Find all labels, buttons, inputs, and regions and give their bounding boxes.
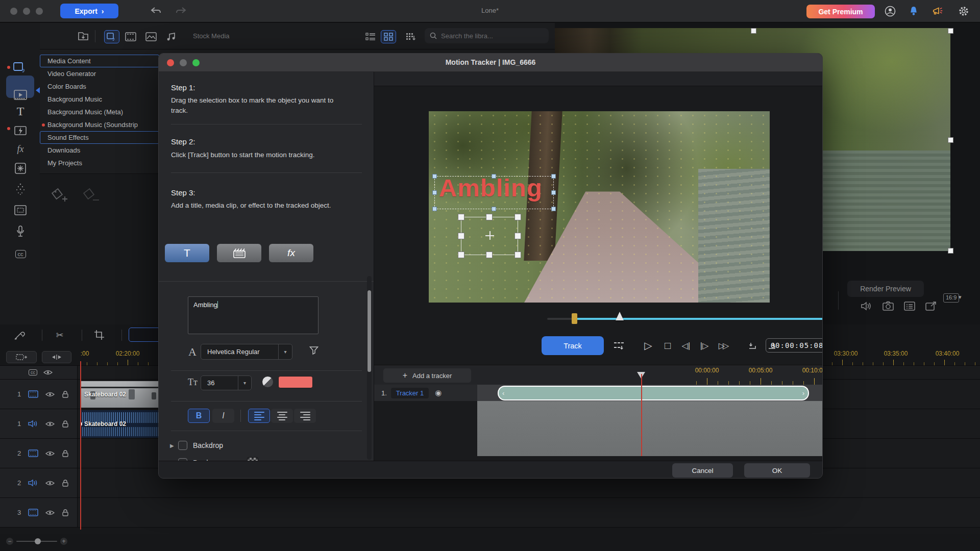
- lock-icon[interactable]: [62, 509, 69, 516]
- snapshot-camera-icon[interactable]: [881, 300, 895, 312]
- mark-in-icon[interactable]: [745, 337, 760, 354]
- dialog-scrollbar[interactable]: [367, 276, 372, 460]
- italic-button[interactable]: I: [212, 409, 234, 423]
- opacity-icon[interactable]: [262, 377, 273, 387]
- chevron-down-icon[interactable]: ▾: [278, 344, 292, 359]
- play-icon[interactable]: ▷: [641, 337, 656, 354]
- add-media-clip-button[interactable]: [217, 244, 261, 262]
- tracker-visibility-icon[interactable]: ◉: [435, 388, 442, 397]
- eye-icon[interactable]: [45, 421, 55, 427]
- record-voiceover-mic-icon[interactable]: [11, 224, 30, 239]
- track-handle-tr[interactable]: [514, 214, 521, 220]
- text-handle-ml[interactable]: [432, 190, 437, 195]
- add-tag-icon[interactable]: [49, 187, 69, 207]
- remove-tag-icon[interactable]: [81, 187, 101, 207]
- sort-icon[interactable]: [403, 30, 419, 43]
- playback-settings-icon[interactable]: [903, 300, 916, 312]
- add-effect-button[interactable]: fx: [269, 244, 313, 262]
- seek-playhead-thumb[interactable]: [616, 312, 624, 320]
- lock-icon[interactable]: [62, 449, 69, 457]
- overlay-title-text[interactable]: Ambling: [439, 173, 543, 202]
- category-color-boards[interactable]: Color Boards: [40, 80, 159, 93]
- zoom-in-button[interactable]: +: [60, 538, 67, 545]
- particles-icon[interactable]: [11, 181, 30, 196]
- backdrop-checkbox[interactable]: [178, 441, 187, 450]
- transitions-icon[interactable]: [11, 123, 30, 138]
- split-screen-icon[interactable]: [11, 203, 30, 218]
- auto-ripple-button[interactable]: [42, 351, 71, 363]
- zoom-slider-thumb[interactable]: [35, 538, 41, 544]
- announcements-megaphone-icon[interactable]: [932, 5, 944, 17]
- aspect-ratio-badge[interactable]: 16:9: [943, 293, 959, 303]
- text-handle-bl[interactable]: [432, 207, 437, 211]
- text-color-swatch[interactable]: [278, 376, 313, 388]
- video-clip-skateboard[interactable]: Skateboard 02: [80, 381, 168, 408]
- ok-button[interactable]: OK: [744, 463, 810, 478]
- edit-blade-icon[interactable]: [11, 329, 29, 342]
- text-handle-tl[interactable]: [432, 174, 437, 179]
- align-center-button[interactable]: [271, 409, 293, 423]
- timeline-playhead[interactable]: [80, 361, 81, 530]
- category-my-projects[interactable]: My Projects: [40, 157, 159, 169]
- clip-trim-left-icon[interactable]: ‹: [502, 389, 504, 397]
- track-button[interactable]: Track: [542, 336, 604, 355]
- eye-icon[interactable]: [45, 480, 55, 486]
- fast-forward-icon[interactable]: ▷▷: [715, 337, 730, 354]
- account-icon[interactable]: [884, 5, 896, 17]
- text-handle-br[interactable]: [551, 207, 556, 211]
- category-media-content[interactable]: Media Content: [40, 55, 159, 67]
- cancel-button[interactable]: Cancel: [672, 463, 733, 478]
- elements-icon[interactable]: [11, 161, 30, 176]
- notifications-bell-icon[interactable]: [908, 5, 920, 17]
- category-downloads[interactable]: Downloads: [40, 144, 159, 157]
- track-handle-bl[interactable]: [458, 252, 464, 258]
- split-scissors-icon[interactable]: ✂: [51, 329, 68, 342]
- stock-video-icon[interactable]: [11, 87, 30, 103]
- trim-handle-left[interactable]: [572, 313, 577, 324]
- crop-icon[interactable]: [91, 329, 108, 342]
- tab-image-icon[interactable]: [143, 30, 159, 43]
- get-premium-button[interactable]: Get Premium: [806, 5, 875, 18]
- preview-handle-top-right[interactable]: [948, 28, 953, 34]
- media-library-icon[interactable]: ♪: [11, 60, 30, 76]
- text-handle-tm[interactable]: [492, 174, 496, 179]
- eye-icon[interactable]: [45, 510, 55, 516]
- preview-volume-icon[interactable]: [860, 300, 873, 312]
- grid-view-icon[interactable]: [381, 30, 396, 43]
- zoom-slider[interactable]: [16, 541, 57, 542]
- text-handle-bm[interactable]: [492, 207, 496, 211]
- category-background-music-meta[interactable]: Background Music (Meta): [40, 106, 159, 118]
- tab-media-music-icon[interactable]: ♪: [104, 30, 119, 43]
- previous-frame-icon[interactable]: ◁|: [678, 337, 694, 354]
- preview-handle-right-mid[interactable]: [948, 137, 953, 143]
- lock-icon[interactable]: [62, 420, 69, 428]
- category-sound-effects[interactable]: Sound Effects: [40, 131, 159, 144]
- chevron-down-icon[interactable]: ▾: [238, 376, 251, 390]
- track-handle-tm[interactable]: [486, 214, 493, 220]
- preview-handle-bottom-right[interactable]: [948, 248, 953, 254]
- align-left-button[interactable]: [248, 409, 270, 423]
- render-preview-button[interactable]: Render Preview: [847, 281, 924, 297]
- text-handle-tr[interactable]: [551, 174, 556, 179]
- tracker-clip[interactable]: ‹ ›: [498, 386, 809, 400]
- list-view-icon[interactable]: [363, 30, 378, 43]
- track-handle-ml[interactable]: [458, 233, 464, 239]
- seek-track-range[interactable]: [577, 318, 823, 320]
- import-media-icon[interactable]: [76, 30, 91, 43]
- stop-icon[interactable]: □: [660, 337, 675, 354]
- clip-trim-right-icon[interactable]: ›: [802, 389, 804, 397]
- text-handle-mr[interactable]: [551, 190, 556, 195]
- align-right-button[interactable]: [294, 409, 316, 423]
- font-size-dropdown[interactable]: 36 ▾: [201, 375, 252, 390]
- titles-icon[interactable]: T: [11, 104, 30, 119]
- manage-tracks-button[interactable]: [6, 351, 37, 363]
- search-input[interactable]: Search the libra...: [425, 28, 549, 43]
- preview-handle-top-mid[interactable]: [751, 28, 756, 34]
- eye-icon[interactable]: [45, 450, 55, 457]
- track-handle-tl[interactable]: [458, 214, 464, 220]
- font-family-dropdown[interactable]: Helvetica Regular ▾: [201, 344, 292, 360]
- track-handle-bm[interactable]: [486, 252, 493, 258]
- bold-button[interactable]: B: [188, 409, 210, 423]
- zoom-out-button[interactable]: −: [6, 538, 13, 545]
- add-tracker-button[interactable]: + Add a tracker: [383, 368, 471, 383]
